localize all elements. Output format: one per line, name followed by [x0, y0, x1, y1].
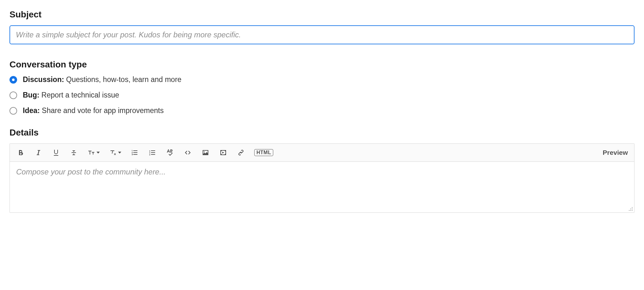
details-section: Details	[9, 128, 635, 213]
unordered-list-button[interactable]	[148, 148, 157, 157]
subject-section: Subject	[9, 9, 635, 44]
conversation-type-section: Conversation type Discussion: Questions,…	[9, 60, 635, 115]
conversation-type-label: Conversation type	[9, 60, 635, 70]
compose-textarea[interactable]: Compose your post to the community here.…	[10, 162, 634, 212]
image-icon	[202, 149, 209, 156]
radio-icon	[9, 91, 17, 99]
italic-icon	[35, 149, 42, 156]
radio-description: Report a technical issue	[39, 91, 119, 99]
svg-point-0	[632, 207, 633, 208]
spellcheck-button[interactable]	[166, 148, 174, 157]
radio-bug[interactable]: Bug: Report a technical issue	[9, 91, 635, 99]
font-size-button[interactable]	[87, 148, 100, 157]
resize-grip-icon[interactable]	[628, 207, 633, 211]
clear-formatting-button[interactable]	[109, 148, 121, 157]
chevron-down-icon	[118, 152, 121, 154]
link-icon	[237, 149, 245, 156]
details-label: Details	[9, 128, 635, 138]
link-button[interactable]	[237, 148, 245, 157]
radio-name: Discussion:	[23, 75, 64, 84]
bold-button[interactable]	[16, 148, 25, 157]
strikethrough-icon	[70, 149, 78, 156]
strikethrough-button[interactable]	[69, 148, 78, 157]
radio-name: Bug:	[23, 91, 39, 99]
radio-description: Share and vote for app improvements	[40, 106, 164, 115]
preview-button[interactable]: Preview	[603, 149, 628, 156]
chevron-down-icon	[97, 152, 100, 154]
radio-label: Bug: Report a technical issue	[23, 91, 119, 99]
svg-point-3	[629, 210, 629, 211]
code-icon	[184, 149, 192, 156]
radio-label: Discussion: Questions, how-tos, learn an…	[23, 75, 181, 84]
html-source-button[interactable]: HTML	[254, 149, 273, 156]
svg-point-4	[630, 210, 631, 211]
underline-button[interactable]	[52, 148, 60, 157]
compose-placeholder: Compose your post to the community here.…	[16, 167, 166, 176]
svg-point-2	[632, 209, 633, 209]
italic-button[interactable]	[34, 148, 43, 157]
underline-icon	[52, 149, 60, 156]
spellcheck-icon	[166, 149, 174, 156]
video-icon	[219, 149, 227, 156]
video-button[interactable]	[219, 148, 228, 157]
radio-idea[interactable]: Idea: Share and vote for app improvement…	[9, 106, 635, 115]
editor: HTML Preview Compose your post to the co…	[9, 143, 635, 213]
radio-label: Idea: Share and vote for app improvement…	[23, 106, 164, 115]
font-size-icon	[87, 149, 95, 156]
editor-toolbar: HTML Preview	[10, 144, 634, 162]
clear-format-icon	[109, 149, 117, 156]
code-button[interactable]	[183, 148, 192, 157]
radio-icon	[9, 76, 17, 84]
ordered-list-icon	[131, 149, 138, 156]
conversation-type-radio-group: Discussion: Questions, how-tos, learn an…	[9, 75, 635, 115]
svg-point-5	[632, 210, 633, 211]
subject-label: Subject	[9, 9, 635, 20]
radio-icon	[9, 107, 17, 115]
svg-point-1	[630, 209, 631, 209]
subject-input[interactable]	[9, 25, 635, 44]
radio-name: Idea:	[23, 106, 40, 115]
radio-discussion[interactable]: Discussion: Questions, how-tos, learn an…	[9, 75, 635, 84]
bold-icon	[17, 149, 24, 156]
radio-description: Questions, how-tos, learn and more	[64, 75, 181, 84]
image-button[interactable]	[201, 148, 210, 157]
ordered-list-button[interactable]	[130, 148, 139, 157]
unordered-list-icon	[148, 149, 156, 156]
